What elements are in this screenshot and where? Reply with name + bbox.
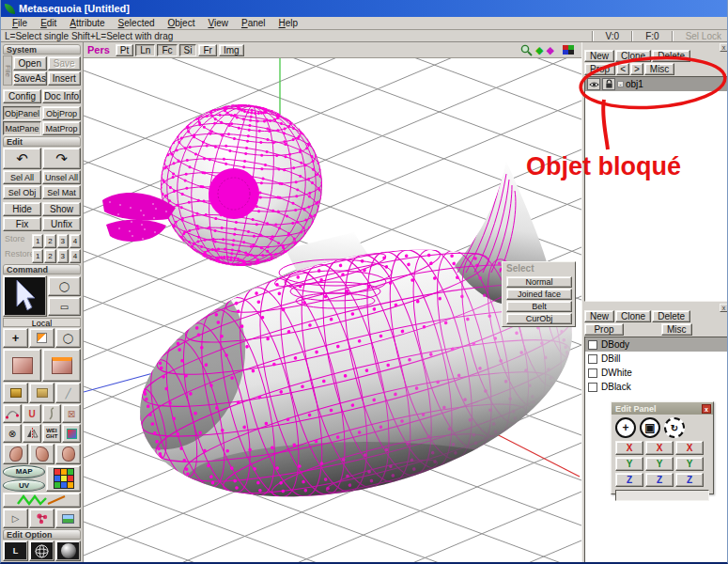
object-clone-button[interactable]: Clone [615,50,651,62]
object-panel-close-icon[interactable]: x [720,43,728,52]
sel-obj-button[interactable]: Sel Obj [3,185,41,199]
sel-mat-button[interactable]: Sel Mat [42,185,81,199]
edit-panel-close-icon[interactable]: x [702,404,711,414]
lattice-tool-icon[interactable]: ⊠ [62,404,81,423]
object-new-button[interactable]: New [584,50,614,62]
move-y-button[interactable]: Y [615,457,643,471]
extrude-down-icon[interactable] [29,383,54,403]
bend-tool-icon[interactable] [3,444,28,464]
3d-viewport[interactable]: Pers Pt Ln Fc Si Fr Img ◆ ◆ Select Norma… [84,42,581,564]
primitive-cube-button[interactable] [3,349,41,382]
config-button[interactable]: Config [3,89,41,103]
menu-attribute[interactable]: Attribute [63,18,111,28]
material-clone-button[interactable]: Clone [615,310,651,322]
insert-button[interactable]: Insert [48,71,82,86]
move-tool-icon[interactable]: + [3,328,28,348]
restore-slot-4[interactable]: 4 [70,249,81,263]
lasso-select-icon[interactable]: ◯ [48,276,81,296]
objpanel-button[interactable]: ObjPanel [3,106,41,120]
material-row-dbody[interactable]: DBody [585,337,727,352]
shaded-sphere-toggle[interactable] [55,540,81,561]
scale-z-button[interactable]: Z [645,473,674,487]
rotate-mode-icon[interactable]: ↻ [664,417,685,438]
material-row-dbill[interactable]: DBill [585,352,727,366]
file-vertical-tab[interactable]: File [3,55,12,86]
visibility-eye-icon[interactable] [587,78,600,90]
docinfo-button[interactable]: Doc Info [42,89,81,103]
magenta-diamond-icon[interactable]: ◆ [547,45,554,55]
material-checkbox[interactable] [588,368,597,378]
menu-edit[interactable]: Edit [34,18,63,28]
weight-tool-icon[interactable]: WEIGHT [42,424,61,443]
rotate-tool-icon[interactable]: ◯ [55,328,81,348]
metaball-icon[interactable] [29,509,54,528]
object-misc-button[interactable]: Misc [644,63,675,75]
move-z-button[interactable]: Z [615,473,643,487]
material-row-dblack[interactable]: DBlack [585,380,727,394]
object-delete-button[interactable]: Delete [652,50,690,62]
expand-marker[interactable]: - [617,81,624,87]
object-prop-button[interactable]: Prop [584,63,615,75]
lock-icon[interactable] [602,78,615,90]
material-row-dwhite[interactable]: DWhite [585,366,727,380]
edit-panel-titlebar[interactable]: Edit Panel x [612,402,713,415]
select-joined-face-button[interactable]: Joined face [506,289,572,300]
magnifier-icon[interactable] [520,44,533,56]
delete-tool-icon[interactable]: ⊗ [3,424,22,443]
scale-y-button[interactable]: Y [645,457,674,471]
fix-button[interactable]: Fix [3,217,41,231]
toggle-points[interactable]: Pt [116,44,133,56]
open-button[interactable]: Open [13,56,47,70]
material-checkbox[interactable] [588,354,597,364]
store-slot-2[interactable]: 2 [44,234,55,248]
object-name[interactable]: obj1 [626,79,643,89]
bend-curve-icon[interactable] [42,404,61,423]
vertex-color-icon[interactable] [62,424,81,443]
extrude-up-icon[interactable] [3,383,28,403]
menu-view[interactable]: View [201,18,235,28]
restore-slot-3[interactable]: 3 [57,249,69,263]
store-slot-1[interactable]: 1 [32,234,43,248]
rect-select-icon[interactable]: ▭ [48,297,81,316]
object-row-obj1[interactable]: - obj1 [585,77,727,91]
map-button[interactable]: MAP [3,465,45,478]
restore-slot-2[interactable]: 2 [44,249,55,263]
select-curobj-button[interactable]: CurObj [506,313,572,324]
material-grid-icon[interactable] [563,45,574,55]
material-new-button[interactable]: New [584,310,614,322]
matpane-button[interactable]: MatPane [3,121,41,135]
store-slot-3[interactable]: 3 [57,234,69,248]
edit-panel-value-field[interactable] [615,490,709,501]
select-tool-button[interactable] [3,275,47,317]
restore-slot-1[interactable]: 1 [32,249,43,263]
toggle-lines[interactable]: Ln [135,44,155,56]
object-next-button[interactable]: > [630,63,643,75]
object-prev-button[interactable]: < [616,63,629,75]
green-diamond-icon[interactable]: ◆ [535,45,543,55]
unsel-all-button[interactable]: Unsel All [42,170,81,184]
hide-button[interactable]: Hide [3,202,41,216]
scale-x-button[interactable]: X [645,441,674,455]
matprop-button[interactable]: MatProp [42,121,81,135]
select-normal-button[interactable]: Normal [506,276,572,288]
local-axis-toggle[interactable]: L [3,540,28,561]
material-checkbox[interactable] [588,383,597,392]
texture-cube-button[interactable] [46,465,81,492]
toggle-faces[interactable]: Fc [157,44,177,56]
move-mode-icon[interactable]: + [615,417,636,438]
move-x-button[interactable]: X [615,441,643,455]
menu-object[interactable]: Object [162,18,202,28]
saveas-button[interactable]: SaveAs [13,71,47,86]
show-button[interactable]: Show [42,202,81,216]
material-panel-close-icon[interactable]: x [720,304,728,312]
scale-mode-icon[interactable]: ▣ [640,417,660,438]
knife-tool-icon[interactable]: ╱ [55,383,81,403]
curve-tool-icon[interactable] [3,404,22,423]
menu-selected[interactable]: Selected [112,18,162,28]
toggle-frame[interactable]: Fr [198,44,216,56]
sel-all-button[interactable]: Sel All [3,170,41,184]
unfix-button[interactable]: Unfix [42,217,81,231]
rotate-z-button[interactable]: Z [675,473,704,487]
menu-file[interactable]: File [6,18,34,28]
objprop-button[interactable]: ObjProp [42,106,81,120]
